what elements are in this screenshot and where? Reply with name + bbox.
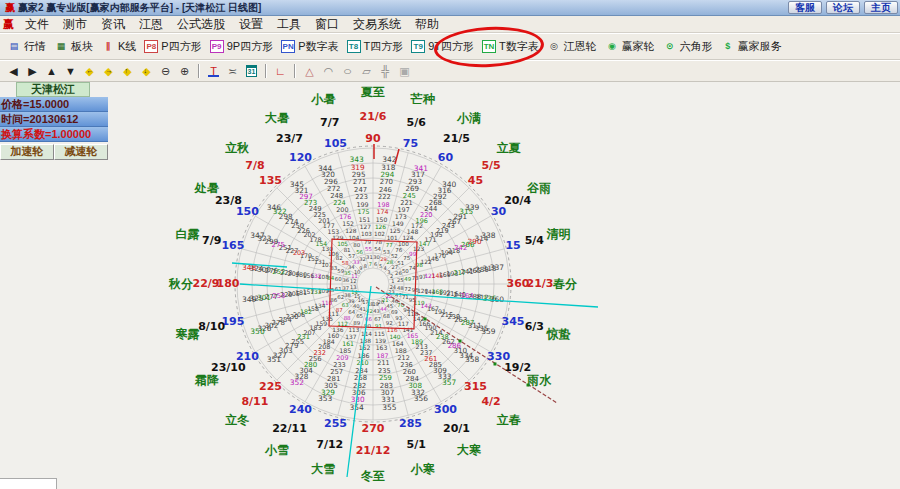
date-label-75: 5/6	[407, 116, 427, 129]
svg-text:25: 25	[397, 277, 404, 283]
ellipse-tool-icon[interactable]: ○	[339, 63, 356, 79]
date-label-225: 8/11	[241, 395, 268, 408]
svg-text:224: 224	[333, 199, 346, 207]
t-cursor-icon[interactable]: T	[205, 63, 222, 79]
menu-item-10[interactable]: 帮助	[408, 16, 446, 32]
crosshair-tool-icon[interactable]: ╬	[377, 63, 394, 79]
select-box-icon[interactable]: ▣	[396, 63, 413, 79]
solar-term-label-0: 春分	[552, 277, 578, 291]
pan-right-icon[interactable]: ▶	[24, 63, 41, 79]
date-label-150: 23/8	[215, 194, 242, 207]
svg-text:38: 38	[344, 292, 351, 298]
solar-term-label-195: 寒露	[176, 327, 200, 341]
arc-tool-icon[interactable]: ◠	[320, 63, 337, 79]
toolbar-button-kline[interactable]: ∥K线	[97, 37, 140, 56]
menu-item-8[interactable]: 窗口	[308, 16, 346, 32]
quotes-icon: ▤	[7, 40, 21, 53]
diamond-right-icon[interactable]: ◆→	[100, 63, 117, 79]
polygon-tool-icon[interactable]: ▱	[358, 63, 375, 79]
date-label-165: 7/9	[202, 234, 221, 247]
solar-term-label-135: 立秋	[224, 141, 249, 155]
svg-text:353: 353	[318, 394, 333, 403]
solar-term-label-210: 霜降	[194, 373, 220, 387]
toolbar-button-t-square[interactable]: T8T四方形	[343, 37, 408, 56]
svg-text:162: 162	[359, 344, 371, 351]
kline-icon: ∥	[101, 40, 115, 53]
date-label-90: 21/6	[360, 110, 387, 123]
homepage-button[interactable]: 主页	[864, 1, 898, 14]
toolbar-button-hexagon[interactable]: ⊙六角形	[659, 37, 717, 56]
svg-text:151: 151	[359, 216, 371, 223]
zoom-out-icon[interactable]: ⊖	[157, 63, 174, 79]
toolbar-button-p-number-table[interactable]: PNP数字表	[277, 37, 342, 56]
customer-service-button[interactable]: 客服	[788, 1, 822, 14]
date-label-330: 19/2	[504, 361, 531, 374]
svg-text:4: 4	[384, 265, 387, 271]
toolbar-button-quotes[interactable]: ▤行情	[3, 37, 50, 56]
bottom-left-box	[0, 478, 57, 489]
solar-term-label-90: 夏至	[360, 85, 385, 99]
toolbar-button-sectors[interactable]: ▦板块	[50, 37, 97, 56]
diamond-down-icon[interactable]: ◆↓	[138, 63, 155, 79]
menu-item-5[interactable]: 公式选股	[170, 16, 232, 32]
app-logo-icon: 赢	[5, 1, 15, 15]
date-label-240: 22/11	[272, 422, 307, 435]
decelerate-wheel-button[interactable]: 减速轮	[54, 144, 108, 160]
svg-text:247: 247	[354, 186, 367, 194]
svg-text:357: 357	[442, 378, 457, 387]
pan-left-icon[interactable]: ◀	[5, 63, 22, 79]
solar-term-label-225: 立冬	[224, 413, 249, 427]
toolbar-label: 9P四方形	[227, 39, 273, 54]
svg-text:92: 92	[386, 320, 393, 326]
measure-icon[interactable]: ≍	[224, 63, 241, 79]
svg-text:221: 221	[400, 199, 413, 207]
angle-label-135: 135	[259, 174, 282, 187]
menu-item-3[interactable]: 资讯	[94, 16, 132, 32]
zoom-in-icon[interactable]: ⊕	[176, 63, 193, 79]
date-label-30: 20/4	[504, 194, 531, 207]
toolbar-label: P数字表	[298, 39, 338, 54]
diamond-up-icon[interactable]: ◆↑	[119, 63, 136, 79]
chart-area: 1234567891011121314151617181920212223242…	[0, 82, 900, 489]
toolbar-button-yingjia-service[interactable]: $赢家服务	[717, 37, 786, 56]
svg-text:248: 248	[330, 192, 343, 200]
toolbar-button-9t-square[interactable]: T99T四方形	[407, 37, 478, 56]
toolbar-button-9p-square[interactable]: P99P四方形	[206, 37, 277, 56]
svg-text:127: 127	[360, 224, 371, 230]
svg-text:53: 53	[383, 249, 390, 255]
svg-text:356: 356	[414, 394, 429, 403]
window-title: 赢家2 赢专业版[赢家内部服务平台] - [天津松江 日线图]	[18, 1, 784, 15]
triangle-tool-icon[interactable]: △	[301, 63, 318, 79]
toolbar-button-yingjia-wheel[interactable]: ◉赢家轮	[601, 37, 659, 56]
svg-text:30: 30	[373, 254, 380, 260]
accelerate-wheel-button[interactable]: 加速轮	[0, 144, 54, 160]
solar-term-label-60: 小满	[456, 111, 481, 125]
diamond-left-icon[interactable]: ◆←	[81, 63, 98, 79]
toolbar-button-gann-wheel[interactable]: ◎江恩轮	[543, 37, 601, 56]
menu-item-9[interactable]: 交易系统	[346, 16, 408, 32]
tri-down-icon[interactable]: ▼	[62, 63, 79, 79]
menu-item-6[interactable]: 设置	[232, 16, 270, 32]
svg-text:344: 344	[318, 164, 333, 173]
solar-term-label-330: 雨水	[526, 373, 552, 387]
solar-term-label-105: 小暑	[310, 92, 336, 106]
solar-term-label-150: 处暑	[194, 181, 220, 195]
time-param-row: 时间=20130612	[0, 112, 108, 127]
svg-text:60: 60	[335, 276, 342, 282]
svg-text:351: 351	[267, 355, 282, 364]
svg-text:32: 32	[359, 256, 366, 262]
menu-item-4[interactable]: 江恩	[132, 16, 170, 32]
forum-button[interactable]: 论坛	[826, 1, 860, 14]
svg-text:129: 129	[332, 235, 343, 241]
menu-item-2[interactable]: 测市	[56, 16, 94, 32]
calendar-icon[interactable]: 31	[243, 63, 260, 79]
corner-line-icon[interactable]: ∟	[272, 63, 289, 79]
toolbar-button-p-square[interactable]: P8P四方形	[140, 37, 205, 56]
svg-text:246: 246	[379, 186, 392, 194]
date-label-45: 5/5	[481, 159, 500, 172]
svg-text:35: 35	[344, 270, 351, 276]
menu-item-1[interactable]: 文件	[18, 16, 56, 32]
toolbar-button-t-number-table[interactable]: TNT数字表	[478, 37, 543, 56]
tri-up-icon[interactable]: ▲	[43, 63, 60, 79]
menu-item-7[interactable]: 工具	[270, 16, 308, 32]
